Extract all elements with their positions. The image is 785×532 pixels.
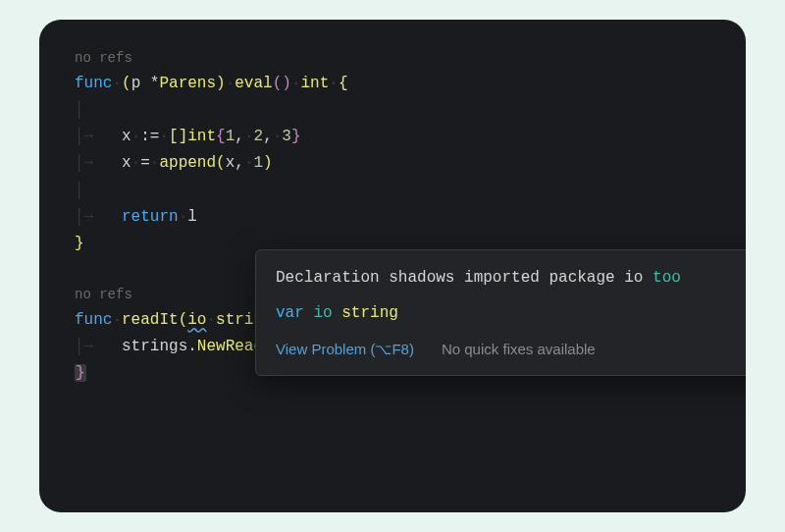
code-editor[interactable]: no refs func·(p *Parens)·eval()·int·{ │ … (39, 20, 746, 512)
diagnostic-tooltip: Declaration shadows imported package io … (255, 249, 746, 376)
code-line[interactable]: │ (75, 97, 746, 124)
code-line[interactable]: │→ x·=·append(x,·1) (75, 150, 746, 177)
code-line[interactable]: │→ return·l (75, 204, 746, 231)
view-problem-link[interactable]: View Problem (⌥F8) (276, 336, 414, 363)
diagnostic-message: Declaration shadows imported package io … (276, 264, 746, 293)
code-line[interactable]: │→ x·:=·[]int{1,·2,·3} (75, 124, 746, 150)
no-quick-fix-label: No quick fixes available (442, 336, 596, 363)
codelens-no-refs[interactable]: no refs (75, 47, 746, 71)
code-line[interactable]: func·(p *Parens)·eval()·int·{ (75, 71, 746, 97)
declaration-signature: var io string (276, 299, 746, 329)
brace-match: } (75, 364, 86, 382)
code-line[interactable]: │ (75, 178, 746, 204)
warning-squiggle: io (187, 311, 206, 329)
